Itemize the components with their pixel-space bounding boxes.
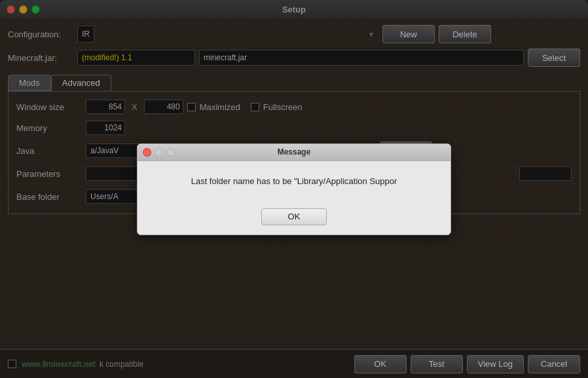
modal-overlay: Message Last folder name has to be "Libr… [0, 0, 588, 378]
modal-body: Last folder name has to be "Library/Appl… [138, 161, 450, 202]
modal-minimize-button[interactable] [155, 148, 163, 157]
modal-title-bar: Message [138, 144, 450, 161]
modal-ok-button[interactable]: OK [261, 208, 327, 225]
modal-message: Last folder name has to be "Library/Appl… [191, 176, 397, 186]
modal-window-controls [143, 148, 175, 157]
modal-footer: OK [138, 202, 450, 235]
main-window: Setup Configuration: IR New Delete Minec… [0, 0, 588, 378]
modal-close-button[interactable] [143, 148, 151, 157]
modal-dialog: Message Last folder name has to be "Libr… [137, 143, 451, 235]
modal-title: Message [278, 147, 311, 157]
modal-maximize-button[interactable] [166, 148, 175, 157]
